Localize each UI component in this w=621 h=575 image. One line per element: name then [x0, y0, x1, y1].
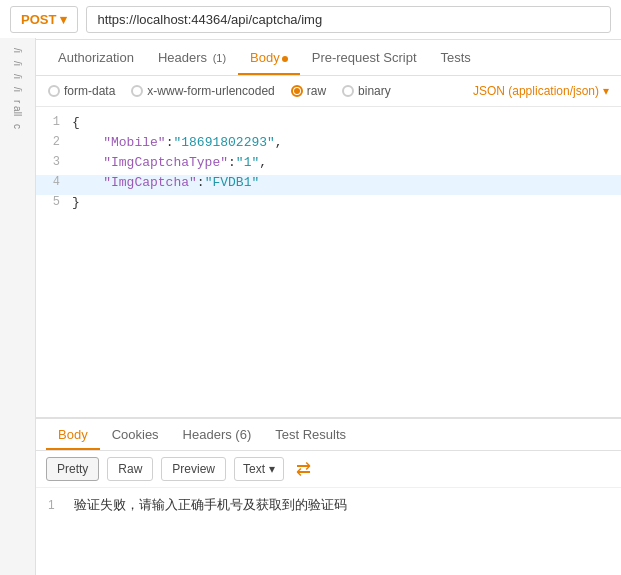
- code-line-2: 2 "Mobile":"18691802293",: [36, 135, 621, 155]
- bottom-toolbar: Pretty Raw Preview Text ▾ ⇄: [36, 451, 621, 488]
- bottom-tab-testresults[interactable]: Test Results: [263, 419, 358, 450]
- code-line-4: 4 "ImgCaptcha":"FVDB1": [36, 175, 621, 195]
- format-chevron: ▾: [603, 84, 609, 98]
- sidebar-item-4[interactable]: /i: [12, 87, 23, 92]
- radio-form-data-circle: [48, 85, 60, 97]
- sidebar-item-3[interactable]: /i: [12, 74, 23, 79]
- tab-body[interactable]: Body: [238, 40, 300, 75]
- sidebar-item-1[interactable]: /i: [12, 48, 23, 53]
- preview-button[interactable]: Preview: [161, 457, 226, 481]
- url-input[interactable]: [86, 6, 611, 33]
- method-label: POST: [21, 12, 56, 27]
- bottom-panel: Body Cookies Headers (6) Test Results Pr…: [36, 417, 621, 575]
- method-button[interactable]: POST ▾: [10, 6, 78, 33]
- code-editor[interactable]: 1 { 2 "Mobile":"18691802293", 3 "ImgCapt…: [36, 107, 621, 417]
- radio-binary[interactable]: binary: [342, 84, 391, 98]
- text-dropdown[interactable]: Text ▾: [234, 457, 284, 481]
- response-line-num: 1: [48, 498, 64, 512]
- sidebar-item-c[interactable]: c: [12, 124, 23, 129]
- radio-urlencoded[interactable]: x-www-form-urlencoded: [131, 84, 274, 98]
- radio-urlencoded-circle: [131, 85, 143, 97]
- bottom-tab-cookies[interactable]: Cookies: [100, 419, 171, 450]
- left-sidebar: /i /i /i /i r all c: [0, 38, 36, 575]
- response-area: 1 验证失败，请输入正确手机号及获取到的验证码: [36, 488, 621, 575]
- tab-headers[interactable]: Headers (1): [146, 40, 238, 75]
- body-dot: [282, 56, 288, 62]
- pretty-button[interactable]: Pretty: [46, 457, 99, 481]
- wrap-icon[interactable]: ⇄: [296, 458, 311, 480]
- response-text: 验证失败，请输入正确手机号及获取到的验证码: [74, 496, 347, 514]
- tabs-row: Authorization Headers (1) Body Pre-reque…: [36, 40, 621, 76]
- response-row-1: 1 验证失败，请输入正确手机号及获取到的验证码: [48, 496, 609, 514]
- tab-tests[interactable]: Tests: [429, 40, 483, 75]
- radio-raw[interactable]: raw: [291, 84, 326, 98]
- radio-form-data[interactable]: form-data: [48, 84, 115, 98]
- radio-binary-circle: [342, 85, 354, 97]
- bottom-tab-body[interactable]: Body: [46, 419, 100, 450]
- body-options: form-data x-www-form-urlencoded raw bina…: [36, 76, 621, 107]
- sidebar-item-2[interactable]: /i: [12, 61, 23, 66]
- main-content: Authorization Headers (1) Body Pre-reque…: [36, 40, 621, 575]
- bottom-tabs: Body Cookies Headers (6) Test Results: [36, 419, 621, 451]
- radio-raw-circle: [291, 85, 303, 97]
- format-dropdown[interactable]: JSON (application/json) ▾: [473, 84, 609, 98]
- tab-prerequest[interactable]: Pre-request Script: [300, 40, 429, 75]
- text-label: Text: [243, 462, 265, 476]
- format-label: JSON (application/json): [473, 84, 599, 98]
- code-line-5: 5 }: [36, 195, 621, 215]
- sidebar-item-all[interactable]: r all: [12, 100, 23, 116]
- code-line-3: 3 "ImgCaptchaType":"1",: [36, 155, 621, 175]
- bottom-tab-headers[interactable]: Headers (6): [171, 419, 264, 450]
- code-line-1: 1 {: [36, 115, 621, 135]
- method-chevron: ▾: [60, 12, 67, 27]
- tab-authorization[interactable]: Authorization: [46, 40, 146, 75]
- raw-button[interactable]: Raw: [107, 457, 153, 481]
- text-chevron: ▾: [269, 462, 275, 476]
- top-bar: POST ▾: [0, 0, 621, 40]
